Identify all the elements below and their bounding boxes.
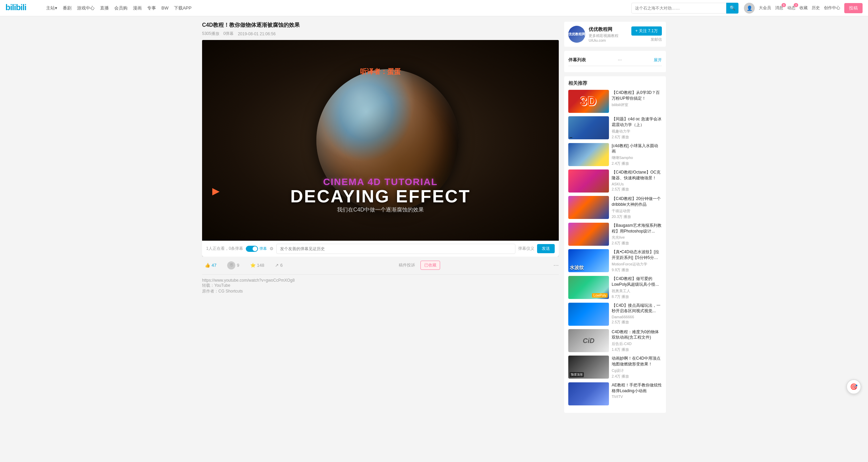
related-item-stats: 9.9万 播放 <box>612 267 662 273</box>
related-item-title: 【C4D教程/Octane】OC克隆器、快速构建物场景！ <box>612 169 662 181</box>
user-avatar[interactable]: 👤 <box>744 3 755 14</box>
related-item[interactable]: 【C4D教程】20分钟做一个dribbble大神的作品 千禧运动营 20.3万 … <box>568 196 662 219</box>
related-thumbnail <box>568 116 609 139</box>
nav-item-home[interactable]: 主站▾ <box>46 5 57 11</box>
nav-creator[interactable]: 创作中心 <box>824 5 840 11</box>
related-item-stats: 2.4万 播放 <box>612 161 662 166</box>
playlist-options[interactable]: ⋯ <box>618 58 622 62</box>
danmaku-switch[interactable] <box>246 246 258 252</box>
related-item[interactable]: 【Baugasm艺术海报系列教程】用Photoshop设计... 光光live … <box>568 223 662 246</box>
coin-icon: 币 <box>227 261 235 269</box>
related-thumbnail <box>568 143 609 166</box>
source-url[interactable]: https://www.youtube.com/watch?v=gwoCcPmX… <box>202 278 295 283</box>
related-item-stats: 20.3万 播放 <box>612 214 662 219</box>
uploader-name[interactable]: 优优教程网 <box>589 26 628 33</box>
like-button[interactable]: 👍 47 <box>202 261 219 269</box>
danmaku-toggle[interactable]: 弹幕 <box>246 246 267 252</box>
related-item[interactable]: 【同题】c4d oc 急速学会冰霜震动力学（上） 视趣动力学 2.6万 播放 <box>568 116 662 140</box>
like-count: 47 <box>212 263 216 268</box>
related-item-info: AE教程！手把手教你做炫性格弹Loading小动画 TiVtTV <box>612 382 662 405</box>
video-section: C4D教程！教你做物体逐渐被腐蚀的效果 5305播放 0弹幕 2019-08-0… <box>202 22 559 413</box>
related-item[interactable]: 预缓顶形 动画妙啊！在C4D中用顶点地图做燃烧形变效果！ Cg设计 2.4万 播… <box>568 356 662 379</box>
complaint-label: 稿件投诉 <box>399 262 415 268</box>
related-item-up: Cg设计 <box>612 368 662 373</box>
upload-button[interactable]: 投稿 <box>844 3 863 13</box>
nav-favorites[interactable]: 收藏 <box>800 5 808 11</box>
related-section: 相关推荐 3D 【C4D教程】从0学3D？百万粉UP帮你搞定！ bilibili… <box>564 76 666 413</box>
floating-action-button[interactable]: 🎯 <box>846 379 861 394</box>
nav-item-topic[interactable]: 专事 <box>147 5 156 11</box>
related-item-title: 【Baugasm艺术海报系列教程】用Photoshop设计... <box>612 223 662 234</box>
related-item-info: 【C4D教程】20分钟做一个dribbble大神的作品 千禧运动营 20.3万 … <box>612 196 662 219</box>
nav-item-live[interactable]: 直播 <box>100 5 109 11</box>
share-button[interactable]: ↗ 6 <box>272 261 285 269</box>
main-nav: 主站▾ 番剧 游戏中心 直播 会员购 漫画 专事 BW 下载APP <box>46 5 626 11</box>
logo[interactable]: bilibili <box>5 2 39 14</box>
related-item-up: 光光live <box>612 235 662 240</box>
nav-item-manga[interactable]: 漫画 <box>133 5 142 11</box>
related-item-up: 后告后-C4D <box>612 341 662 346</box>
related-item-title: [c4d教程] 小球落入水圆动画 <box>612 143 662 155</box>
related-thumbnail: CiD <box>568 329 609 352</box>
search-input[interactable] <box>631 3 726 14</box>
uploader-avatar[interactable]: 优优教程网 <box>568 26 585 43</box>
search-button[interactable]: 🔍 <box>726 3 738 14</box>
nav-item-anime[interactable]: 番剧 <box>63 5 72 11</box>
related-item[interactable]: [c4d教程] 小球落入水圆动画 继继Sampho 2.4万 播放 <box>568 143 662 166</box>
thumb-label-3d: 3D <box>580 94 597 108</box>
related-item-up: MotionForce运动力学 <box>612 262 662 267</box>
dynamic-badge: 3 <box>794 3 798 7</box>
video-player[interactable]: 听译者：蛋蛋 ▶ CINEMA 4D TUTORIAL DECAYING EFF… <box>202 40 559 241</box>
collect-button[interactable]: 已收藏 <box>420 261 440 270</box>
source-author: 原作者：CG Shortcuts <box>202 288 295 294</box>
main-container: C4D教程！教你做物体逐渐被腐蚀的效果 5305播放 0弹幕 2019-08-0… <box>197 16 671 418</box>
related-item-up: 祝奥美工人 <box>612 288 662 294</box>
coin-button[interactable]: 币 9 <box>224 260 242 271</box>
message-badge: 9 <box>782 3 786 7</box>
uploader-card: 优优教程网 优优教程网 更多精彩视频教程 UiUiu.com + 关注 7.1万… <box>564 22 666 47</box>
danmaku-setting-btn[interactable]: 弹幕仪义 <box>518 246 534 252</box>
playlist-toggle-btn[interactable]: 展开 <box>654 57 662 63</box>
danmaku-bar: 1人正在看，0条弹幕 弹幕 ⚙ 弹幕仪义 发送 <box>202 241 559 257</box>
send-email-btn[interactable]: 发邮信 <box>651 37 662 42</box>
view-count: 5305播放 <box>202 31 219 37</box>
star-icon: ⭐ <box>250 263 256 268</box>
danmaku-send-button[interactable]: 发送 <box>537 244 555 253</box>
related-item[interactable]: CiD C4D教程：难度为0的物体双轨动画(含工程文件) 后告后-C4D 1.6… <box>568 329 662 353</box>
uploader-info: 优优教程网 更多精彩视频教程 UiUiu.com <box>589 26 628 42</box>
thumb-label <box>570 137 572 138</box>
uploader-slogan: 更多精彩视频教程 UiUiu.com <box>589 33 628 42</box>
danmaku-input[interactable] <box>276 244 515 254</box>
video-stats-row: 👍 47 币 9 ⭐ 148 ↗ 6 稿件投诉 已收藏 ⋯ <box>202 257 559 275</box>
related-item-stats: 2.4万 播放 <box>612 374 662 379</box>
playlist-header: 伴幕列表 ⋯ 展开 <box>568 54 662 66</box>
search-icon: 🔍 <box>730 5 735 11</box>
nav-item-game[interactable]: 游戏中心 <box>77 5 95 11</box>
favorite-button[interactable]: ⭐ 148 <box>248 261 267 269</box>
related-item[interactable]: AE教程！手把手教你做炫性格弹Loading小动画 TiVtTV <box>568 382 662 405</box>
related-item-info: 【C4D教程】从0学3D？百万粉UP帮你搞定！ bilibili评室 <box>612 90 662 113</box>
share-count: 6 <box>280 263 282 268</box>
nav-item-bw[interactable]: BW <box>161 5 169 11</box>
nav-item-shop[interactable]: 会员购 <box>114 5 127 11</box>
related-item[interactable]: 3D 【C4D教程】从0学3D？百万粉UP帮你搞定！ bilibili评室 <box>568 90 662 113</box>
related-item[interactable]: 【C4D教程/Octane】OC克隆器、快速构建物场景！ ASKUs 2.5万 … <box>568 169 662 193</box>
nav-history[interactable]: 历史 <box>812 5 820 11</box>
nav-vip[interactable]: 大会员 <box>759 5 771 11</box>
nav-messages[interactable]: 消息 9 <box>775 5 783 11</box>
related-item[interactable]: LowPoly 【C4D教程】做可爱的LowPoly风超级玩具小怪... 祝奥美… <box>568 276 662 299</box>
nav-item-app[interactable]: 下载APP <box>174 5 192 11</box>
follow-button[interactable]: + 关注 7.1万 <box>631 26 662 36</box>
related-item[interactable]: 水波纹 【真•C4D动态水波纹】[拉开至距系列]【5分钟5分钟成成】 Motio… <box>568 249 662 273</box>
source-details: https://www.youtube.com/watch?v=gwoCcPmX… <box>202 278 295 294</box>
related-item[interactable]: 【C4D】接点高端玩法，一秒开启各区间视式视觉... Dama666666 2.… <box>568 303 662 326</box>
uploader-header: 优优教程网 优优教程网 更多精彩视频教程 UiUiu.com + 关注 7.1万… <box>568 26 662 43</box>
danmaku-settings-icon[interactable]: ⚙ <box>270 246 274 251</box>
danmaku-viewer-count: 1人正在看，0条弹幕 <box>206 246 243 252</box>
video-thumbnail: 听译者：蛋蛋 ▶ CINEMA 4D TUTORIAL DECAYING EFF… <box>202 40 559 241</box>
related-item-title: 【同题】c4d oc 急速学会冰霜震动力学（上） <box>612 116 662 128</box>
thumb-water-label: 水波纹 <box>570 265 584 271</box>
playlist-title: 伴幕列表 <box>568 57 586 63</box>
more-button[interactable]: ⋯ <box>553 262 559 268</box>
nav-dynamic[interactable]: 动态 3 <box>787 5 795 11</box>
